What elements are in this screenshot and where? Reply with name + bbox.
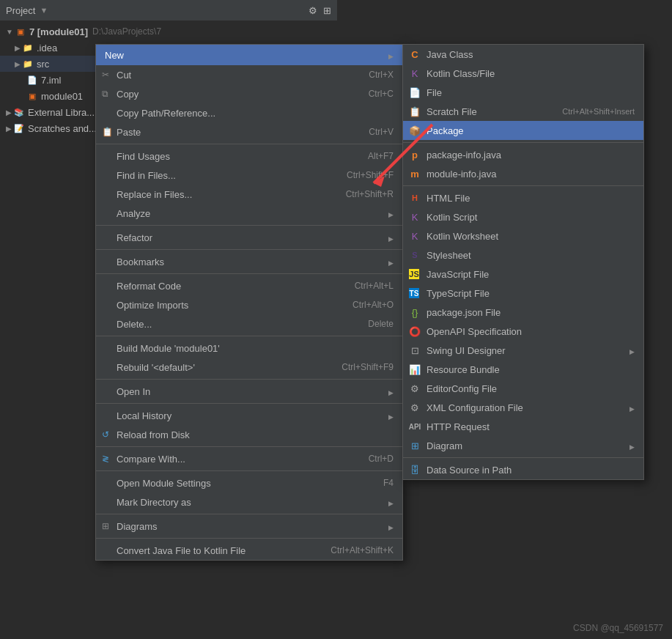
submenu-item-module-info[interactable]: m module-info.java: [403, 164, 643, 183]
submenu-item-pkg-info[interactable]: p package-info.java: [403, 145, 643, 164]
external-lib-icon: 📚: [13, 106, 25, 118]
gear-icon[interactable]: ⚙: [309, 5, 317, 16]
submenu-item-stylesheet[interactable]: S Stylesheet: [403, 245, 643, 265]
expand-icon[interactable]: ⊞: [323, 5, 331, 16]
xml-config-label: XML Configuration File: [427, 402, 523, 413]
open-in-label: Open In: [117, 386, 150, 397]
menu-item-analyze[interactable]: Analyze: [96, 204, 402, 223]
menu-item-cut[interactable]: ✂ Cut Ctrl+X: [96, 65, 402, 84]
reload-label: Reload from Disk: [117, 429, 190, 440]
kotlin-class-icon: K: [409, 67, 421, 79]
menu-item-optimize[interactable]: Optimize Imports Ctrl+Alt+O: [96, 295, 402, 314]
file-label: File: [427, 87, 442, 98]
diagrams-arrow: [388, 521, 394, 532]
submenu-item-kotlin-script[interactable]: K Kotlin Script: [403, 207, 643, 226]
menu-item-copy[interactable]: ⧉ Copy Ctrl+C: [96, 84, 402, 103]
sep9: [96, 470, 402, 471]
menu-item-local-history[interactable]: Local History: [96, 406, 402, 425]
sep3: [96, 249, 402, 250]
package-icon: 📦: [409, 125, 421, 136]
submenu-item-package[interactable]: 📦 Package: [403, 121, 643, 140]
expand-arrow-scratch: ▶: [6, 125, 12, 133]
find-files-shortcut: Ctrl+Shift+F: [347, 170, 394, 180]
module-icon: ▣: [15, 26, 26, 37]
sep1: [96, 144, 402, 144]
pkgjson-label: package.json File: [427, 307, 501, 318]
menu-item-find-files[interactable]: Find in Files... Ctrl+Shift+F: [96, 166, 402, 185]
expand-arrow-src: ▶: [15, 60, 21, 68]
module-info-label: module-info.java: [427, 169, 496, 180]
menu-item-compare[interactable]: ≷ Compare With... Ctrl+D: [96, 449, 402, 468]
paste-shortcut: Ctrl+V: [369, 127, 394, 137]
submenu-item-kotlin-ws[interactable]: K Kotlin Worksheet: [403, 226, 643, 245]
compare-label: Compare With...: [117, 454, 185, 465]
submenu-item-resource[interactable]: 📊 Resource Bundle: [403, 360, 643, 379]
menu-item-bookmarks[interactable]: Bookmarks: [96, 252, 402, 271]
project-header[interactable]: Project ▼ ⚙ ⊞: [0, 0, 337, 21]
copy-label: Copy: [117, 89, 139, 100]
submenu-item-datasource[interactable]: 🗄 Data Source in Path: [403, 460, 643, 479]
sep8: [96, 446, 402, 447]
menu-item-convert[interactable]: Convert Java File to Kotlin File Ctrl+Al…: [96, 541, 402, 560]
tree-root[interactable]: ▼ ▣ 7 [module01] D:\JavaProjects\7: [0, 23, 337, 40]
scratch-shortcut: Ctrl+Alt+Shift+Insert: [562, 107, 635, 116]
menu-item-new[interactable]: New: [96, 45, 402, 65]
submenu-item-java-class[interactable]: C Java Class: [403, 45, 643, 64]
expand-arrow: ▼: [6, 28, 13, 36]
menu-item-reload[interactable]: ↺ Reload from Disk: [96, 425, 402, 444]
menu-item-refactor[interactable]: Refactor: [96, 228, 402, 247]
menu-item-open-in[interactable]: Open In: [96, 382, 402, 401]
submenu-item-js[interactable]: JS JavaScript File: [403, 265, 643, 284]
sep10: [96, 514, 402, 514]
menu-item-build[interactable]: Build Module 'module01': [96, 339, 402, 358]
submenu-item-kotlin-class[interactable]: K Kotlin Class/File: [403, 64, 643, 83]
cut-icon: ✂: [102, 70, 109, 80]
menu-item-rebuild[interactable]: Rebuild '<default>' Ctrl+Shift+F9: [96, 358, 402, 377]
optimize-label: Optimize Imports: [117, 300, 188, 311]
submenu-item-openapi[interactable]: ⭕ OpenAPI Specification: [403, 322, 643, 341]
js-icon: JS: [409, 269, 419, 279]
menu-item-copy-path[interactable]: Copy Path/Reference...: [96, 103, 402, 122]
diagram-label: Diagram: [427, 440, 462, 451]
kotlin-script-label: Kotlin Script: [427, 212, 477, 223]
analyze-arrow: [388, 208, 394, 219]
menu-item-module-settings[interactable]: Open Module Settings F4: [96, 473, 402, 492]
submenu-item-file[interactable]: 📄 File: [403, 83, 643, 102]
menu-item-mark-dir[interactable]: Mark Directory as: [96, 492, 402, 511]
ts-icon: TS: [409, 288, 419, 298]
submenu-item-editorconfig[interactable]: ⚙ EditorConfig File: [403, 379, 643, 398]
menu-item-replace-files[interactable]: Replace in Files... Ctrl+Shift+R: [96, 185, 402, 204]
submenu-item-http[interactable]: API HTTP Request: [403, 417, 643, 436]
java-class-label: Java Class: [427, 49, 473, 60]
tree-item-iml-label: 7.iml: [41, 75, 61, 86]
file-icon: 📄: [409, 86, 421, 98]
new-label: New: [105, 50, 124, 61]
delete-label: Delete...: [117, 319, 152, 330]
submenu-item-html[interactable]: H HTML File: [403, 188, 643, 207]
submenu-item-scratch[interactable]: 📋 Scratch File Ctrl+Alt+Shift+Insert: [403, 102, 643, 121]
sep5: [96, 336, 402, 336]
submenu-new: C Java Class K Kotlin Class/File 📄 File …: [402, 44, 644, 480]
convert-shortcut: Ctrl+Alt+Shift+K: [331, 545, 394, 555]
scratch-label: Scratch File: [427, 106, 477, 117]
xml-icon: ⚙: [409, 402, 421, 413]
reload-icon: ↺: [102, 429, 109, 440]
stylesheet-label: Stylesheet: [427, 250, 471, 261]
css-icon: S: [409, 249, 421, 261]
submenu-item-ts[interactable]: TS TypeScript File: [403, 284, 643, 303]
submenu-sep3: [403, 457, 643, 458]
submenu-item-pkgjson[interactable]: {} package.json File: [403, 303, 643, 322]
submenu-item-xml-config[interactable]: ⚙ XML Configuration File: [403, 398, 643, 417]
sep6: [96, 379, 402, 380]
menu-item-delete[interactable]: Delete... Delete: [96, 314, 402, 333]
submenu-item-swing[interactable]: ⊡ Swing UI Designer: [403, 341, 643, 360]
menu-item-paste[interactable]: 📋 Paste Ctrl+V: [96, 122, 402, 141]
iml-icon: 📄: [26, 74, 38, 86]
menu-item-reformat[interactable]: Reformat Code Ctrl+Alt+L: [96, 276, 402, 295]
menu-item-diagrams[interactable]: ⊞ Diagrams: [96, 517, 402, 536]
expand-arrow-ext: ▶: [6, 108, 12, 117]
editorconfig-icon: ⚙: [409, 383, 421, 394]
menu-item-find-usages[interactable]: Find Usages Alt+F7: [96, 147, 402, 166]
submenu-item-diagram[interactable]: ⊞ Diagram: [403, 436, 643, 455]
tree-item-label: .idea: [37, 43, 57, 53]
